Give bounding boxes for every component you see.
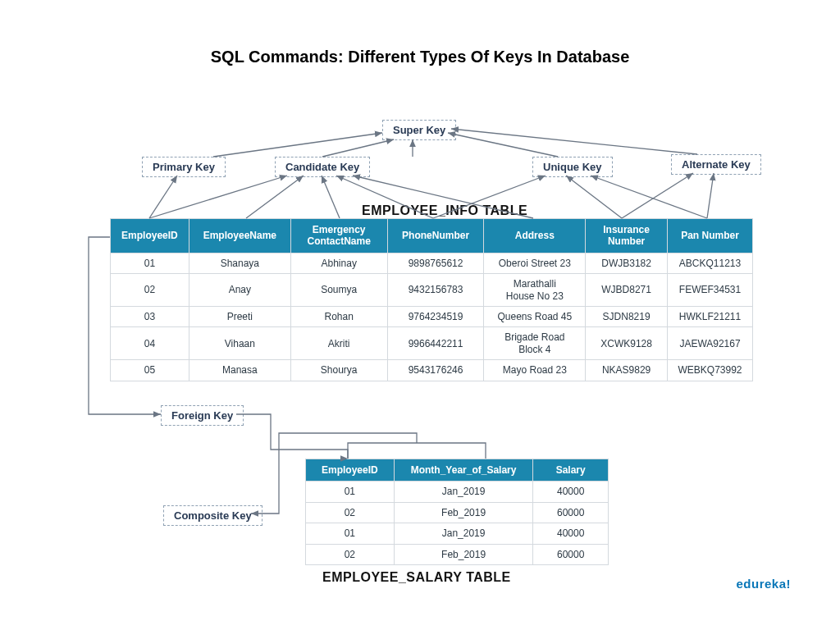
cell: Anay (189, 274, 290, 307)
key-candidate: Candidate Key (275, 157, 370, 177)
table-row: 02AnaySoumya9432156783MarathalliHouse No… (111, 274, 753, 307)
cell: 02 (306, 502, 395, 523)
cell: Soumya (290, 274, 387, 307)
cell: HWKLF21211 (668, 306, 753, 326)
table-row: 01Jan_201940000 (306, 523, 609, 544)
col-header: Salary (533, 459, 609, 482)
col-header: Address (484, 219, 586, 253)
cell: JAEWA92167 (668, 327, 753, 360)
col-header: InsuranceNumber (586, 219, 668, 253)
cell: Abhinay (290, 253, 387, 273)
col-header: EmergencyContactName (290, 219, 387, 253)
table-row: 05ManasaShourya9543176246Mayo Road 23NKA… (111, 360, 753, 381)
svg-line-1 (322, 139, 394, 157)
cell: FEWEF34531 (668, 274, 753, 307)
cell: Shanaya (189, 253, 290, 273)
cell: 02 (306, 544, 395, 564)
cell: XCWK9128 (586, 327, 668, 360)
cell: NKAS9829 (586, 360, 668, 381)
cell: Akriti (290, 327, 387, 360)
cell: Rohan (290, 306, 387, 326)
table1-title: EMPLOYEE_INFO TABLE (362, 203, 527, 218)
svg-line-7 (246, 176, 304, 218)
table-row: 01Jan_201940000 (306, 482, 609, 502)
col-header: PhoneNumber (387, 219, 484, 253)
cell: Brigade RoadBlock 4 (484, 327, 586, 360)
cell: Queens Road 45 (484, 306, 586, 326)
svg-line-5 (149, 176, 177, 218)
employee-salary-table: EmployeeIDMonth_Year_of_SalarySalary 01J… (305, 459, 609, 565)
cell: 9432156783 (387, 274, 484, 307)
cell: 9898765612 (387, 253, 484, 273)
cell: 40000 (533, 523, 609, 544)
cell: 02 (111, 274, 189, 307)
cell: 01 (306, 482, 395, 502)
cell: Oberoi Street 23 (484, 253, 586, 273)
cell: Shourya (290, 360, 387, 381)
table-row: 03PreetiRohan9764234519Queens Road 45SJD… (111, 306, 753, 326)
cell: MarathalliHouse No 23 (484, 274, 586, 307)
svg-line-13 (591, 176, 707, 218)
cell: 60000 (533, 502, 609, 523)
cell: 01 (111, 253, 189, 273)
svg-line-4 (451, 129, 697, 154)
cell: Mayo Road 23 (484, 360, 586, 381)
cell: 05 (111, 360, 189, 381)
svg-line-0 (213, 133, 382, 157)
brand-logo: edureka! (736, 577, 791, 591)
svg-line-8 (322, 176, 340, 218)
cell: ABCKQ11213 (668, 253, 753, 273)
key-foreign: Foreign Key (161, 405, 244, 426)
employee-info-table: EmployeeIDEmployeeNameEmergencyContactNa… (110, 218, 753, 381)
col-header: EmployeeName (189, 219, 290, 253)
cell: SJDN8219 (586, 306, 668, 326)
cell: Manasa (189, 360, 290, 381)
col-header: EmployeeID (111, 219, 189, 253)
svg-line-12 (566, 176, 622, 218)
svg-line-14 (622, 173, 693, 218)
cell: WEBKQ73992 (668, 360, 753, 381)
table-row: 01ShanayaAbhinay9898765612Oberoi Street … (111, 253, 753, 273)
cell: 9764234519 (387, 306, 484, 326)
cell: 03 (111, 306, 189, 326)
cell: Jan_2019 (394, 482, 533, 502)
cell: 9966442211 (387, 327, 484, 360)
svg-line-6 (149, 176, 287, 218)
cell: 04 (111, 327, 189, 360)
cell: Vihaan (189, 327, 290, 360)
table2-title: EMPLOYEE_SALARY TABLE (322, 570, 511, 585)
cell: Feb_2019 (394, 502, 533, 523)
col-header: Pan Number (668, 219, 753, 253)
table-row: 04VihaanAkriti9966442211Brigade RoadBloc… (111, 327, 753, 360)
svg-line-3 (448, 133, 558, 157)
key-unique: Unique Key (532, 157, 613, 177)
key-super: Super Key (382, 120, 456, 140)
page-title: SQL Commands: Different Types Of Keys In… (0, 48, 840, 66)
svg-line-15 (707, 173, 714, 218)
cell: 9543176246 (387, 360, 484, 381)
cell: 40000 (533, 482, 609, 502)
cell: Feb_2019 (394, 544, 533, 564)
key-composite: Composite Key (163, 505, 262, 526)
col-header: EmployeeID (306, 459, 395, 482)
key-primary: Primary Key (142, 157, 226, 177)
cell: 60000 (533, 544, 609, 564)
key-alternate: Alternate Key (671, 154, 761, 175)
table-row: 02Feb_201960000 (306, 502, 609, 523)
cell: 01 (306, 523, 395, 544)
cell: Preeti (189, 306, 290, 326)
cell: DWJB3182 (586, 253, 668, 273)
table-row: 02Feb_201960000 (306, 544, 609, 564)
col-header: Month_Year_of_Salary (394, 459, 533, 482)
cell: WJBD8271 (586, 274, 668, 307)
cell: Jan_2019 (394, 523, 533, 544)
